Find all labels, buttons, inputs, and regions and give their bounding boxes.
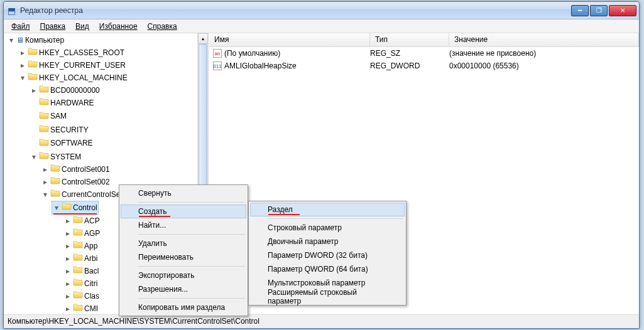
tree-label: Citri: [84, 278, 97, 290]
scroll-up-button[interactable]: ▴: [198, 33, 208, 44]
folder-icon: [62, 201, 72, 214]
column-headers: Имя Тип Значение: [209, 33, 639, 47]
expander-icon[interactable]: ▸: [64, 293, 71, 300]
create-submenu: Раздел Строковый параметр Двоичный парам…: [248, 201, 407, 306]
expander-icon[interactable]: ▾: [41, 191, 48, 198]
col-name[interactable]: Имя: [209, 33, 370, 46]
tree-item[interactable]: ▸App: [63, 240, 99, 252]
tree-item[interactable]: ▾HKEY_LOCAL_MACHINE: [18, 72, 129, 84]
tree-label: ControlSet001: [62, 164, 110, 176]
tree-item[interactable]: SOFTWARE: [29, 137, 94, 150]
expander-icon[interactable]: ▸: [64, 243, 71, 250]
tree-label: Компьютер: [25, 35, 64, 46]
tree-label: HKEY_LOCAL_MACHINE: [39, 72, 128, 84]
value-name: AMLIGlobalHeapSize: [224, 61, 297, 70]
tree-label: Clas: [84, 290, 99, 302]
folder-icon: [28, 72, 38, 84]
menu-favorites[interactable]: Избранное: [94, 21, 143, 32]
tree-label: CMI: [84, 303, 98, 315]
ctx-export[interactable]: Экспортировать: [121, 269, 246, 282]
folder-icon: [73, 277, 83, 290]
expander-icon[interactable]: ▸: [41, 179, 48, 186]
tree-item[interactable]: ▸ACP: [63, 215, 101, 227]
col-value[interactable]: Значение: [449, 33, 639, 46]
sub-expandstring[interactable]: Расширяемый строковый параметр: [250, 290, 405, 304]
expander-icon[interactable]: ▸: [64, 230, 71, 237]
tree-root[interactable]: ▾🖥 Компьютер: [6, 35, 65, 46]
maximize-button[interactable]: ❐: [590, 5, 608, 16]
computer-icon: 🖥: [16, 35, 24, 46]
folder-icon: [39, 137, 49, 150]
tree-label: HKEY_CLASSES_ROOT: [39, 47, 124, 59]
value-row[interactable]: 011AMLIGlobalHeapSizeREG_DWORD0x00010000…: [209, 60, 639, 72]
folder-icon: [73, 252, 83, 265]
minimize-button[interactable]: ━: [571, 5, 589, 16]
tree-item[interactable]: ▸ControlSet002: [40, 176, 111, 188]
expander-icon[interactable]: ▸: [64, 280, 71, 287]
expander-icon[interactable]: ▾: [8, 37, 14, 44]
tree-item[interactable]: ▾Control: [52, 201, 99, 215]
ctx-rename[interactable]: Переименовать: [121, 250, 246, 264]
tree-item[interactable]: SAM: [29, 110, 68, 123]
expander-icon[interactable]: ▸: [64, 218, 71, 225]
tree-item[interactable]: ▸Clas: [63, 290, 101, 302]
tree-item[interactable]: ▾SYSTEM: [29, 151, 82, 163]
tree-label: ACP: [84, 215, 100, 227]
tree-item[interactable]: ▾CurrentControlSet: [40, 188, 124, 201]
ctx-collapse[interactable]: Свернуть: [121, 186, 246, 200]
tree-label: Bacl: [84, 265, 99, 277]
menu-edit[interactable]: Правка: [35, 21, 71, 32]
menu-file[interactable]: Файл: [6, 21, 35, 32]
tree-item[interactable]: ▸Arbi: [63, 252, 99, 265]
tree-label: App: [84, 240, 97, 252]
tree-item[interactable]: SECURITY: [29, 124, 90, 136]
ctx-copy-key-name[interactable]: Копировать имя раздела: [121, 301, 246, 314]
folder-icon: [39, 110, 49, 123]
scroll-thumb[interactable]: [199, 44, 207, 207]
sub-dword[interactable]: Параметр DWORD (32 бита): [250, 248, 405, 262]
close-button[interactable]: ✕: [609, 5, 636, 16]
value-type: REG_DWORD: [370, 61, 449, 70]
tree-item[interactable]: ▸ControlSet001: [40, 163, 111, 176]
ctx-permissions[interactable]: Разрешения...: [121, 282, 246, 296]
tree-item[interactable]: ▸CMI: [63, 302, 99, 314]
tree-item[interactable]: ▸HKEY_CURRENT_USER: [18, 59, 127, 72]
tree-item[interactable]: ▸BCD00000000: [29, 84, 101, 97]
sub-key[interactable]: Раздел: [250, 203, 405, 216]
tree-label: SAM: [50, 110, 67, 122]
tree-item[interactable]: ▸Citri: [63, 277, 99, 290]
folder-icon: [50, 176, 60, 188]
col-type[interactable]: Тип: [370, 33, 449, 46]
expander-icon[interactable]: ▾: [30, 154, 37, 161]
sub-qword[interactable]: Параметр QWORD (64 бита): [250, 262, 405, 276]
expander-icon[interactable]: ▸: [19, 62, 26, 69]
tree-item[interactable]: ▸AGP: [63, 227, 101, 240]
expander-icon[interactable]: ▾: [53, 205, 60, 211]
tree-label: CurrentControlSet: [62, 189, 123, 201]
tree-item[interactable]: HARDWARE: [29, 97, 96, 109]
folder-icon: [39, 84, 49, 97]
menu-view[interactable]: Вид: [70, 21, 94, 32]
expander-icon[interactable]: ▸: [64, 255, 71, 262]
ctx-delete[interactable]: Удалить: [121, 237, 246, 250]
expander-icon[interactable]: ▸: [41, 166, 48, 173]
tree-label: HKEY_CURRENT_USER: [39, 60, 126, 72]
folder-icon: [73, 215, 83, 227]
titlebar[interactable]: ⬒ Редактор реестра ━ ❐ ✕: [4, 2, 639, 19]
sub-binary[interactable]: Двоичный параметр: [250, 235, 405, 248]
value-row[interactable]: ab(По умолчанию)REG_SZ(значение не присв…: [209, 47, 639, 60]
folder-icon: [39, 97, 49, 109]
menu-help[interactable]: Справка: [143, 21, 182, 32]
tree-item[interactable]: ▸Bacl: [63, 265, 100, 277]
expander-icon[interactable]: ▾: [19, 75, 26, 82]
expander-icon[interactable]: ▸: [30, 87, 37, 94]
sub-string[interactable]: Строковый параметр: [250, 221, 405, 235]
expander-icon[interactable]: ▸: [64, 268, 71, 275]
folder-icon: [73, 290, 83, 302]
ctx-create[interactable]: Создать: [121, 205, 246, 218]
expander-icon[interactable]: ▸: [19, 50, 26, 56]
ctx-find[interactable]: Найти...: [121, 218, 246, 232]
expander-icon[interactable]: ▸: [64, 306, 71, 312]
folder-icon: [73, 240, 83, 252]
tree-item[interactable]: ▸HKEY_CLASSES_ROOT: [18, 46, 126, 59]
